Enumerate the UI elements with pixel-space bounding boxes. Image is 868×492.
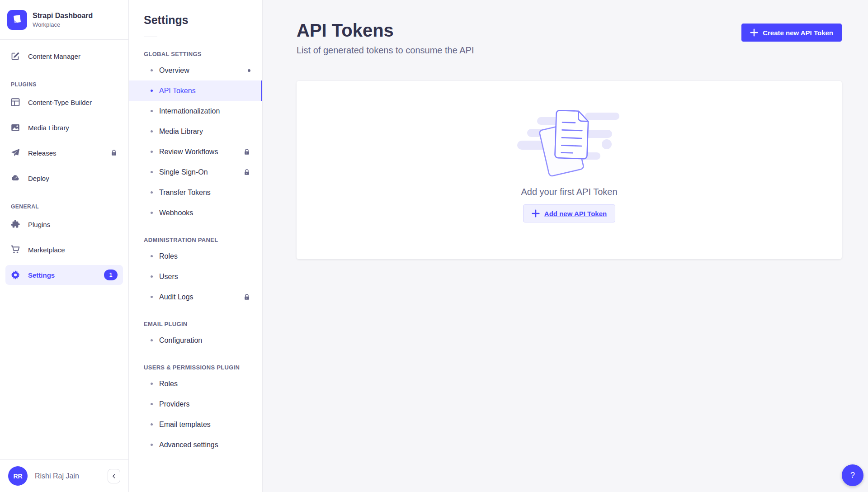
- create-api-token-button[interactable]: Create new API Token: [741, 24, 842, 42]
- settings-item-overview[interactable]: Overview: [129, 60, 262, 80]
- settings-item-label: Users: [159, 273, 178, 281]
- settings-item-label: Providers: [159, 400, 190, 408]
- add-api-token-button[interactable]: Add new API Token: [523, 204, 615, 222]
- bullet-icon: [151, 383, 153, 385]
- user-name: Rishi Raj Jain: [35, 472, 79, 480]
- page-subtitle: List of generated tokens to consume the …: [297, 45, 474, 56]
- settings-item-email-templates[interactable]: Email templates: [129, 414, 262, 435]
- settings-item-label: Roles: [159, 252, 178, 260]
- settings-item-up-roles[interactable]: Roles: [129, 374, 262, 394]
- settings-item-label: Webhooks: [159, 209, 193, 217]
- bullet-icon: [151, 151, 153, 153]
- plus-icon: [750, 28, 758, 37]
- section-administration-panel: ADMINISTRATION PANEL: [144, 237, 248, 243]
- collapse-sidebar-button[interactable]: [108, 469, 120, 483]
- sidebar-item-releases[interactable]: Releases: [5, 143, 123, 163]
- settings-notification-badge: 1: [104, 270, 118, 280]
- settings-item-label: Audit Logs: [159, 293, 193, 301]
- bullet-icon: [151, 212, 153, 214]
- add-api-token-label: Add new API Token: [544, 210, 607, 218]
- documents-illustration: [517, 102, 621, 180]
- settings-item-users[interactable]: Users: [129, 266, 262, 287]
- sidebar-item-content-type-builder[interactable]: Content-Type Builder: [5, 92, 123, 112]
- sidebar-footer: RR Rishi Raj Jain: [0, 459, 128, 492]
- sidebar-item-label: Deploy: [28, 175, 49, 182]
- settings-item-advanced-settings[interactable]: Advanced settings: [129, 435, 262, 455]
- sidebar-item-label: Releases: [28, 149, 57, 157]
- sidebar-item-label: Settings: [28, 271, 55, 279]
- bullet-icon: [151, 191, 153, 194]
- section-email-plugin: EMAIL PLUGIN: [144, 321, 248, 327]
- main-nav: Content Manager PLUGINS Content-Type Bui…: [0, 40, 128, 459]
- plus-icon: [532, 209, 540, 218]
- lock-icon: [243, 148, 250, 156]
- bullet-icon: [151, 90, 153, 92]
- settings-item-label: Single Sign-On: [159, 168, 208, 176]
- workspace-header[interactable]: Strapi Dashboard Workplace: [0, 0, 128, 40]
- sidebar-item-label: Content-Type Builder: [28, 99, 92, 106]
- sidebar-item-marketplace[interactable]: Marketplace: [5, 240, 123, 260]
- page-header: API Tokens List of generated tokens to c…: [263, 0, 868, 56]
- settings-item-internationalization[interactable]: Internationalization: [129, 101, 262, 121]
- section-global-settings: GLOBAL SETTINGS: [144, 51, 248, 57]
- settings-item-webhooks[interactable]: Webhooks: [129, 203, 262, 223]
- workspace-subtitle: Workplace: [33, 21, 93, 28]
- create-api-token-label: Create new API Token: [763, 29, 833, 37]
- nav-section-plugins: PLUGINS: [5, 71, 123, 92]
- sidebar-item-settings[interactable]: Settings 1: [5, 265, 123, 285]
- bullet-icon: [151, 296, 153, 298]
- settings-item-roles[interactable]: Roles: [129, 246, 262, 266]
- avatar[interactable]: RR: [8, 466, 28, 486]
- bullet-icon: [151, 130, 153, 132]
- chevron-left-icon: [111, 473, 117, 479]
- bullet-icon: [151, 255, 153, 257]
- settings-panel-title: Settings: [144, 14, 262, 27]
- layout-icon: [11, 98, 20, 107]
- settings-item-label: Email templates: [159, 421, 211, 429]
- workspace-title: Strapi Dashboard: [33, 11, 93, 20]
- divider: [144, 37, 157, 37]
- settings-item-audit-logs[interactable]: Audit Logs: [129, 287, 262, 307]
- sidebar-item-media-library[interactable]: Media Library: [5, 118, 123, 137]
- cart-icon: [11, 245, 20, 254]
- settings-item-label: Internationalization: [159, 107, 220, 115]
- settings-item-review-workflows[interactable]: Review Workflows: [129, 142, 262, 162]
- sidebar-item-deploy[interactable]: Deploy: [5, 168, 123, 188]
- bullet-icon: [151, 171, 153, 173]
- api-tokens-empty-card: Add your first API Token Add new API Tok…: [297, 81, 842, 259]
- empty-state-heading: Add your first API Token: [521, 187, 617, 197]
- settings-item-api-tokens[interactable]: API Tokens: [129, 80, 262, 101]
- settings-item-media-library[interactable]: Media Library: [129, 121, 262, 142]
- nav-section-general: GENERAL: [5, 194, 123, 214]
- bullet-icon: [151, 444, 153, 446]
- settings-item-label: Review Workflows: [159, 148, 218, 156]
- bullet-icon: [151, 423, 153, 426]
- lock-icon: [243, 293, 250, 301]
- lock-icon: [243, 169, 250, 176]
- settings-item-providers[interactable]: Providers: [129, 394, 262, 414]
- sidebar-item-content-manager[interactable]: Content Manager: [5, 46, 123, 66]
- help-button[interactable]: ?: [842, 464, 863, 486]
- settings-item-label: Roles: [159, 380, 178, 388]
- bullet-icon: [151, 69, 153, 71]
- notification-dot-icon: [248, 69, 250, 72]
- gear-icon: [11, 270, 20, 279]
- bullet-icon: [151, 339, 153, 341]
- settings-item-transfer-tokens[interactable]: Transfer Tokens: [129, 182, 262, 203]
- settings-item-label: Advanced settings: [159, 441, 218, 449]
- sidebar-item-label: Marketplace: [28, 246, 65, 254]
- image-icon: [11, 123, 20, 132]
- bullet-icon: [151, 403, 153, 405]
- sidebar-item-label: Content Manager: [28, 52, 80, 60]
- main-content: API Tokens List of generated tokens to c…: [263, 0, 868, 492]
- pen-icon: [11, 52, 20, 61]
- settings-item-label: Media Library: [159, 128, 203, 136]
- settings-item-label: API Tokens: [159, 87, 196, 95]
- puzzle-icon: [11, 220, 20, 229]
- bullet-icon: [151, 275, 153, 278]
- settings-item-single-sign-on[interactable]: Single Sign-On: [129, 162, 262, 182]
- sidebar-item-plugins[interactable]: Plugins: [5, 214, 123, 234]
- settings-item-configuration[interactable]: Configuration: [129, 330, 262, 350]
- settings-item-label: Transfer Tokens: [159, 189, 211, 197]
- settings-item-label: Overview: [159, 66, 189, 75]
